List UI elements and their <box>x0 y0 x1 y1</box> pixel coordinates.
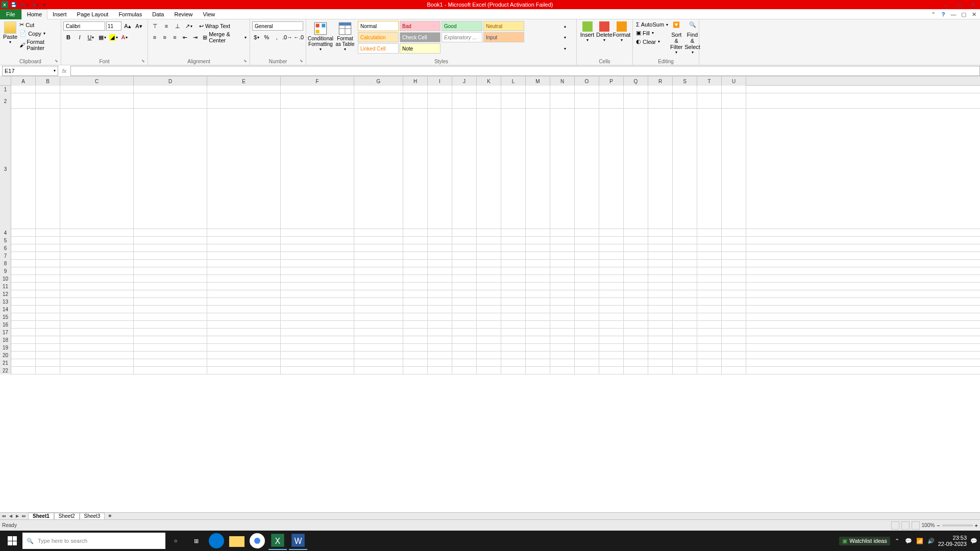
cell[interactable] <box>477 260 501 267</box>
cell[interactable] <box>207 260 281 267</box>
cell[interactable] <box>697 86 722 93</box>
cell[interactable] <box>624 244 648 252</box>
styles-scroll-down[interactable]: ▾ <box>561 35 569 40</box>
cell[interactable] <box>36 267 60 275</box>
redo-button[interactable] <box>30 1 39 8</box>
column-header-U[interactable]: U <box>722 77 746 86</box>
left-align-button[interactable]: ≡ <box>150 32 159 42</box>
cell[interactable] <box>550 86 575 93</box>
cell[interactable] <box>624 252 648 260</box>
cell[interactable] <box>36 367 60 374</box>
column-header-O[interactable]: O <box>575 77 599 86</box>
cell[interactable] <box>11 336 36 344</box>
cell[interactable] <box>452 306 477 313</box>
cell[interactable] <box>281 275 354 283</box>
cell[interactable] <box>452 283 477 290</box>
cell[interactable] <box>452 344 477 352</box>
cell[interactable] <box>207 229 281 237</box>
cell[interactable] <box>648 329 673 336</box>
cell[interactable] <box>11 359 36 367</box>
cell[interactable] <box>354 267 403 275</box>
cell[interactable] <box>575 229 599 237</box>
cell[interactable] <box>452 352 477 359</box>
cell[interactable] <box>575 298 599 306</box>
cell[interactable] <box>722 229 746 237</box>
cell[interactable] <box>477 367 501 374</box>
cell[interactable] <box>11 86 36 93</box>
cell[interactable] <box>207 321 281 329</box>
cell[interactable] <box>624 367 648 374</box>
cell[interactable] <box>648 229 673 237</box>
cell[interactable] <box>428 237 452 244</box>
cell[interactable] <box>526 344 550 352</box>
cell[interactable] <box>599 275 624 283</box>
qat-customize-button[interactable]: ▾ <box>40 1 49 8</box>
cell[interactable] <box>60 252 134 260</box>
cell[interactable] <box>281 244 354 252</box>
cell[interactable] <box>673 344 697 352</box>
cell[interactable] <box>11 260 36 267</box>
clock[interactable]: 23:53 22-09-2023 <box>938 535 967 547</box>
cell[interactable] <box>477 237 501 244</box>
font-dialog-launcher[interactable]: ⬊ <box>141 59 146 64</box>
cell[interactable] <box>624 260 648 267</box>
cell[interactable] <box>354 283 403 290</box>
cell-style-normal[interactable]: Normal <box>358 21 399 31</box>
fx-icon[interactable]: fx <box>58 66 70 76</box>
row-header-22[interactable]: 22 <box>0 367 11 374</box>
cell[interactable] <box>403 244 428 252</box>
column-header-D[interactable]: D <box>134 77 207 86</box>
cell[interactable] <box>354 306 403 313</box>
cell[interactable] <box>722 283 746 290</box>
cell[interactable] <box>60 321 134 329</box>
cell[interactable] <box>60 260 134 267</box>
zoom-out-button[interactable]: − <box>937 522 940 529</box>
cell[interactable] <box>428 252 452 260</box>
cell[interactable] <box>134 306 207 313</box>
cell[interactable] <box>526 321 550 329</box>
cell[interactable] <box>477 329 501 336</box>
row-header-15[interactable]: 15 <box>0 313 11 321</box>
cell[interactable] <box>428 367 452 374</box>
watchlist-widget[interactable]: ▣ Watchlist ideas <box>839 537 890 545</box>
wrap-text-button[interactable]: ↩Wrap Text <box>198 22 231 31</box>
cell[interactable] <box>354 86 403 93</box>
cell[interactable] <box>526 290 550 298</box>
cell[interactable] <box>599 329 624 336</box>
cell[interactable] <box>526 367 550 374</box>
styles-more-button[interactable]: ▾ <box>561 46 569 51</box>
cell[interactable] <box>624 306 648 313</box>
cell[interactable] <box>501 244 526 252</box>
cell[interactable] <box>207 359 281 367</box>
cell[interactable] <box>501 109 526 229</box>
cell[interactable] <box>403 267 428 275</box>
row-header-20[interactable]: 20 <box>0 352 11 359</box>
font-name-combo[interactable] <box>63 21 105 31</box>
cell[interactable] <box>722 252 746 260</box>
cell[interactable] <box>428 352 452 359</box>
cell[interactable] <box>428 86 452 93</box>
cell[interactable] <box>575 260 599 267</box>
cell[interactable] <box>134 298 207 306</box>
cell[interactable] <box>281 344 354 352</box>
cell[interactable] <box>722 298 746 306</box>
cell[interactable] <box>501 336 526 344</box>
cell[interactable] <box>624 86 648 93</box>
bottom-align-button[interactable]: ⊥ <box>173 21 183 31</box>
cell[interactable] <box>281 298 354 306</box>
column-header-H[interactable]: H <box>403 77 428 86</box>
cell[interactable] <box>673 290 697 298</box>
cell[interactable] <box>550 306 575 313</box>
increase-indent-button[interactable]: ⇥ <box>190 32 200 42</box>
cell[interactable] <box>477 283 501 290</box>
cell[interactable] <box>722 93 746 109</box>
cell[interactable] <box>477 275 501 283</box>
row-header-19[interactable]: 19 <box>0 344 11 352</box>
column-header-J[interactable]: J <box>452 77 477 86</box>
cell[interactable] <box>697 306 722 313</box>
column-header-S[interactable]: S <box>673 77 697 86</box>
cell[interactable] <box>526 109 550 229</box>
cell[interactable] <box>526 313 550 321</box>
cell[interactable] <box>575 313 599 321</box>
cell[interactable] <box>599 267 624 275</box>
